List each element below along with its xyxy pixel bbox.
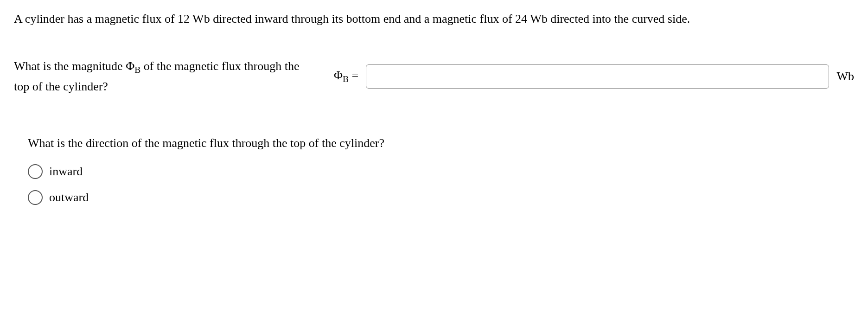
question-direction-text: What is the direction of the magnetic fl… — [28, 134, 854, 153]
question-magnitude-row: What is the magnitude ΦB of the magnetic… — [14, 57, 854, 96]
q1-text-part1: What is the magnitude Φ — [14, 59, 134, 73]
q1-text-part2: top of the cylinder? — [14, 80, 108, 93]
answer-label-sub: B — [343, 75, 349, 84]
flux-magnitude-input[interactable] — [366, 64, 829, 89]
q1-text-part1-cont: of the magnetic flux through the — [140, 59, 299, 73]
radio-label-inward: inward — [49, 162, 83, 181]
answer-label-pre: Φ — [334, 69, 343, 82]
radio-option-outward[interactable]: outward — [28, 188, 854, 207]
answer-area: ΦB = Wb — [334, 64, 854, 89]
problem-statement: A cylinder has a magnetic flux of 12 Wb … — [14, 9, 854, 29]
radio-options-group: inward outward — [28, 162, 854, 207]
answer-unit: Wb — [836, 67, 854, 86]
radio-option-inward[interactable]: inward — [28, 162, 854, 181]
radio-circle-icon[interactable] — [28, 164, 43, 179]
q1-text-sub: B — [134, 65, 140, 75]
answer-label-post: = — [349, 69, 358, 82]
radio-label-outward: outward — [49, 188, 89, 207]
question-direction: What is the direction of the magnetic fl… — [14, 134, 854, 207]
answer-label: ΦB = — [334, 66, 358, 86]
question-magnitude-text: What is the magnitude ΦB of the magnetic… — [14, 57, 334, 96]
radio-circle-icon[interactable] — [28, 190, 43, 205]
